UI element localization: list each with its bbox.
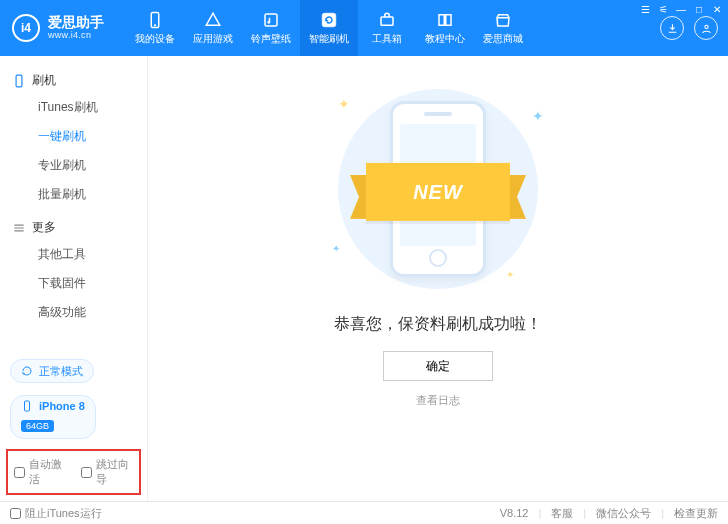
skip-guide-input[interactable] bbox=[81, 467, 92, 478]
header: i4 爱思助手 www.i4.cn 我的设备 应用游戏 铃声壁纸 智能刷机 工具… bbox=[0, 0, 728, 56]
success-message: 恭喜您，保资料刷机成功啦！ bbox=[334, 314, 542, 335]
ribbon-text: NEW bbox=[366, 163, 510, 221]
app-logo: i4 爱思助手 www.i4.cn bbox=[12, 14, 104, 42]
music-icon bbox=[262, 11, 280, 29]
view-log-link[interactable]: 查看日志 bbox=[416, 393, 460, 408]
section-title: 刷机 bbox=[32, 72, 56, 89]
nav-label: 应用游戏 bbox=[193, 32, 233, 46]
toolbox-icon bbox=[378, 11, 396, 29]
auto-activate-input[interactable] bbox=[14, 467, 25, 478]
device-capacity-badge: 64GB bbox=[21, 420, 54, 432]
sidebar-item-advanced[interactable]: 高级功能 bbox=[0, 298, 147, 327]
sparkle-icon: ✦ bbox=[338, 96, 350, 112]
check-update-link[interactable]: 检查更新 bbox=[674, 506, 718, 521]
sidebar-item-download-firmware[interactable]: 下载固件 bbox=[0, 269, 147, 298]
pin-button[interactable]: ⚟ bbox=[656, 2, 670, 16]
sparkle-icon: ✦ bbox=[532, 108, 544, 124]
device-name: iPhone 8 bbox=[39, 400, 85, 412]
nav-label: 爱思商城 bbox=[483, 32, 523, 46]
app-url: www.i4.cn bbox=[48, 31, 104, 41]
shop-icon bbox=[494, 11, 512, 29]
body: 刷机 iTunes刷机 一键刷机 专业刷机 批量刷机 更多 其他工具 下载固件 … bbox=[0, 56, 728, 502]
nav-label: 智能刷机 bbox=[309, 32, 349, 46]
logo-badge-icon: i4 bbox=[12, 14, 40, 42]
highlighted-options: 自动激活 跳过向导 bbox=[6, 449, 141, 495]
apps-icon bbox=[204, 11, 222, 29]
close-button[interactable]: ✕ bbox=[710, 2, 724, 16]
phone-icon bbox=[146, 11, 164, 29]
checkbox-label: 阻止iTunes运行 bbox=[25, 506, 102, 521]
section-title: 更多 bbox=[32, 219, 56, 236]
account-button[interactable] bbox=[694, 16, 718, 40]
top-nav: 我的设备 应用游戏 铃声壁纸 智能刷机 工具箱 教程中心 爱思商城 bbox=[126, 0, 532, 56]
minimize-button[interactable]: — bbox=[674, 2, 688, 16]
sidebar-item-itunes-flash[interactable]: iTunes刷机 bbox=[0, 93, 147, 122]
checkbox-label: 跳过向导 bbox=[96, 457, 134, 487]
connected-device-pill[interactable]: iPhone 8 64GB bbox=[10, 395, 96, 439]
maximize-button[interactable]: □ bbox=[692, 2, 706, 16]
svg-rect-5 bbox=[381, 17, 393, 25]
svg-rect-2 bbox=[265, 14, 277, 26]
mode-label: 正常模式 bbox=[39, 364, 83, 379]
nav-my-device[interactable]: 我的设备 bbox=[126, 0, 184, 56]
sidebar-item-other-tools[interactable]: 其他工具 bbox=[0, 240, 147, 269]
checkbox-label: 自动激活 bbox=[29, 457, 67, 487]
sparkle-icon: ✦ bbox=[332, 243, 340, 254]
main-content: ✦ ✦ ✦ ✦ NEW 恭喜您，保资料刷机成功啦！ 确定 查看日志 bbox=[148, 56, 728, 501]
svg-point-3 bbox=[268, 21, 270, 23]
sidebar-item-oneclick-flash[interactable]: 一键刷机 bbox=[0, 122, 147, 151]
sidebar-item-pro-flash[interactable]: 专业刷机 bbox=[0, 151, 147, 180]
nav-tutorial[interactable]: 教程中心 bbox=[416, 0, 474, 56]
ok-button[interactable]: 确定 bbox=[383, 351, 493, 381]
nav-ringtone-wallpaper[interactable]: 铃声壁纸 bbox=[242, 0, 300, 56]
sparkle-icon: ✦ bbox=[506, 269, 514, 280]
sidebar-section-more[interactable]: 更多 bbox=[0, 215, 147, 240]
nav-store[interactable]: 爱思商城 bbox=[474, 0, 532, 56]
svg-point-6 bbox=[704, 25, 707, 28]
sidebar-item-batch-flash[interactable]: 批量刷机 bbox=[0, 180, 147, 209]
block-itunes-checkbox[interactable]: 阻止iTunes运行 bbox=[10, 506, 102, 521]
refresh-icon bbox=[320, 11, 338, 29]
version-label: V8.12 bbox=[500, 507, 529, 519]
nav-label: 铃声壁纸 bbox=[251, 32, 291, 46]
nav-smart-flash[interactable]: 智能刷机 bbox=[300, 0, 358, 56]
book-icon bbox=[436, 11, 454, 29]
new-ribbon-icon: NEW bbox=[350, 163, 526, 221]
success-illustration: ✦ ✦ ✦ ✦ NEW bbox=[308, 84, 568, 294]
nav-apps-games[interactable]: 应用游戏 bbox=[184, 0, 242, 56]
block-itunes-input[interactable] bbox=[10, 508, 21, 519]
menu-button[interactable]: ☰ bbox=[638, 2, 652, 16]
device-mode-pill[interactable]: 正常模式 bbox=[10, 359, 94, 383]
nav-label: 教程中心 bbox=[425, 32, 465, 46]
nav-label: 我的设备 bbox=[135, 32, 175, 46]
download-button[interactable] bbox=[660, 16, 684, 40]
app-name: 爱思助手 bbox=[48, 15, 104, 30]
skip-guide-checkbox[interactable]: 跳过向导 bbox=[81, 457, 134, 487]
svg-point-1 bbox=[154, 24, 156, 26]
status-bar: 阻止iTunes运行 V8.12 | 客服 | 微信公众号 | 检查更新 bbox=[0, 502, 728, 524]
svg-rect-7 bbox=[16, 75, 22, 87]
svg-rect-8 bbox=[25, 401, 30, 411]
auto-activate-checkbox[interactable]: 自动激活 bbox=[14, 457, 67, 487]
svg-rect-4 bbox=[322, 13, 336, 27]
support-link[interactable]: 客服 bbox=[551, 506, 573, 521]
sidebar: 刷机 iTunes刷机 一键刷机 专业刷机 批量刷机 更多 其他工具 下载固件 … bbox=[0, 56, 148, 501]
window-controls: ☰ ⚟ — □ ✕ bbox=[638, 2, 724, 16]
wechat-link[interactable]: 微信公众号 bbox=[596, 506, 651, 521]
phone-outline-icon bbox=[12, 74, 26, 88]
nav-toolbox[interactable]: 工具箱 bbox=[358, 0, 416, 56]
nav-label: 工具箱 bbox=[372, 32, 402, 46]
sidebar-section-flash[interactable]: 刷机 bbox=[0, 68, 147, 93]
menu-icon bbox=[12, 221, 26, 235]
